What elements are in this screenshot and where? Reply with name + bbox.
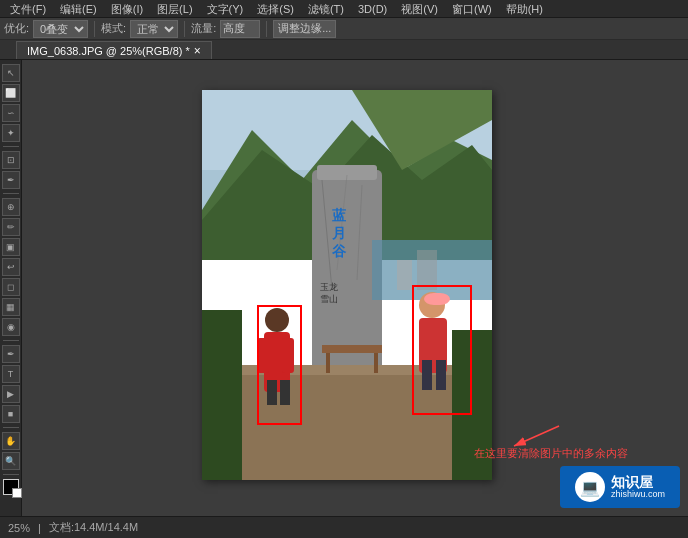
menu-edit[interactable]: 编辑(E) xyxy=(54,0,103,18)
svg-rect-7 xyxy=(312,170,382,370)
mode-label: 模式: xyxy=(101,21,126,36)
hand-tool[interactable]: ✋ xyxy=(2,432,20,450)
tool-separator-1 xyxy=(3,146,19,147)
status-bar: 25% | 文档:14.4M/14.4M xyxy=(0,516,688,538)
crop-tool[interactable]: ⊡ xyxy=(2,151,20,169)
svg-text:蓝: 蓝 xyxy=(332,207,346,223)
toolbar-separator-3 xyxy=(266,21,267,37)
svg-rect-22 xyxy=(374,353,378,373)
gradient-tool[interactable]: ▦ xyxy=(2,298,20,316)
eyedropper-tool[interactable]: ✒ xyxy=(2,171,20,189)
eraser-tool[interactable]: ◻ xyxy=(2,278,20,296)
mode-select[interactable]: 正常 xyxy=(130,20,178,38)
left-selection-box xyxy=(257,305,302,425)
svg-rect-35 xyxy=(417,250,437,290)
watermark-text: 知识屋 zhishiwu.com xyxy=(611,475,665,500)
watermark-name: 知识屋 xyxy=(611,475,665,489)
svg-text:玉龙: 玉龙 xyxy=(320,282,338,292)
menu-window[interactable]: 窗口(W) xyxy=(446,0,498,18)
history-brush-tool[interactable]: ↩ xyxy=(2,258,20,276)
document-tab[interactable]: IMG_0638.JPG @ 25%(RGB/8) * × xyxy=(16,41,212,59)
magic-wand-tool[interactable]: ✦ xyxy=(2,124,20,142)
zoom-tool[interactable]: 🔍 xyxy=(2,452,20,470)
adjust-edge-button[interactable]: 调整边缘... xyxy=(273,20,336,38)
optimize-label: 优化: xyxy=(4,21,29,36)
canvas-area: 蓝 月 谷 玉龙 雪山 xyxy=(22,60,688,516)
file-info: 文档:14.4M/14.4M xyxy=(49,520,138,535)
svg-rect-20 xyxy=(322,345,382,353)
svg-text:谷: 谷 xyxy=(332,243,347,259)
brush-tool[interactable]: ✏ xyxy=(2,218,20,236)
pen-tool[interactable]: ✒ xyxy=(2,345,20,363)
photo-canvas: 蓝 月 谷 玉龙 雪山 xyxy=(202,90,492,480)
right-selection-box xyxy=(412,285,472,415)
move-tool[interactable]: ↖ xyxy=(2,64,20,82)
selection-tool[interactable]: ⬜ xyxy=(2,84,20,102)
shape-tool[interactable]: ■ xyxy=(2,405,20,423)
blur-tool[interactable]: ◉ xyxy=(2,318,20,336)
tool-separator-3 xyxy=(3,340,19,341)
menu-3d[interactable]: 3D(D) xyxy=(352,0,393,18)
svg-text:雪山: 雪山 xyxy=(320,294,338,304)
svg-rect-36 xyxy=(202,310,242,480)
watermark-icon: 💻 xyxy=(575,472,605,502)
annotation: 在这里要清除图片中的多余内容 xyxy=(474,421,628,461)
toolbar-separator-1 xyxy=(94,21,95,37)
menu-view[interactable]: 视图(V) xyxy=(395,0,444,18)
tool-separator-5 xyxy=(3,474,19,475)
watermark: 💻 知识屋 zhishiwu.com xyxy=(560,466,680,508)
main-layout: ↖ ⬜ ∽ ✦ ⊡ ✒ ⊕ ✏ ▣ ↩ ◻ ▦ ◉ ✒ T ▶ ■ ✋ 🔍 xyxy=(0,60,688,516)
stamp-tool[interactable]: ▣ xyxy=(2,238,20,256)
watermark-url: zhishiwu.com xyxy=(611,489,665,500)
annotation-text: 在这里要清除图片中的多余内容 xyxy=(474,446,628,461)
menu-filter[interactable]: 滤镜(T) xyxy=(302,0,350,18)
tool-separator-4 xyxy=(3,427,19,428)
zoom-level: 25% xyxy=(8,522,30,534)
menu-image[interactable]: 图像(I) xyxy=(105,0,149,18)
menu-layer[interactable]: 图层(L) xyxy=(151,0,198,18)
tool-separator-2 xyxy=(3,193,19,194)
tab-bar: IMG_0638.JPG @ 25%(RGB/8) * × xyxy=(0,40,688,60)
path-select-tool[interactable]: ▶ xyxy=(2,385,20,403)
heal-tool[interactable]: ⊕ xyxy=(2,198,20,216)
tab-close-button[interactable]: × xyxy=(194,44,201,58)
menu-text[interactable]: 文字(Y) xyxy=(201,0,250,18)
svg-rect-34 xyxy=(397,260,412,290)
svg-rect-21 xyxy=(326,353,330,373)
menu-bar: 文件(F) 编辑(E) 图像(I) 图层(L) 文字(Y) 选择(S) 滤镜(T… xyxy=(0,0,688,18)
lasso-tool[interactable]: ∽ xyxy=(2,104,20,122)
menu-file[interactable]: 文件(F) xyxy=(4,0,52,18)
tools-panel: ↖ ⬜ ∽ ✦ ⊡ ✒ ⊕ ✏ ▣ ↩ ◻ ▦ ◉ ✒ T ▶ ■ ✋ 🔍 xyxy=(0,60,22,516)
text-tool[interactable]: T xyxy=(2,365,20,383)
opacity-input[interactable] xyxy=(220,20,260,38)
svg-text:月: 月 xyxy=(332,226,346,241)
menu-select[interactable]: 选择(S) xyxy=(251,0,300,18)
tab-filename: IMG_0638.JPG @ 25%(RGB/8) * xyxy=(27,45,190,57)
toolbar-separator-2 xyxy=(184,21,185,37)
menu-help[interactable]: 帮助(H) xyxy=(500,0,549,18)
status-sep: | xyxy=(38,522,41,534)
toolbar-bar: 优化: 0叠变 模式: 正常 流量: 调整边缘... xyxy=(0,18,688,40)
svg-line-39 xyxy=(514,426,559,446)
foreground-color[interactable] xyxy=(3,479,19,495)
opacity-label: 流量: xyxy=(191,21,216,36)
optimize-select[interactable]: 0叠变 xyxy=(33,20,88,38)
